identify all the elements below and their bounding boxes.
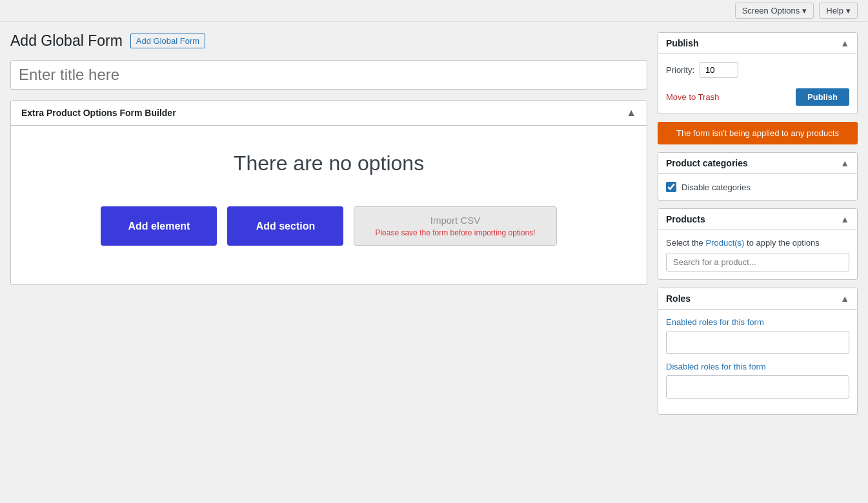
panel-header: Extra Product Options Form Builder ▲ [11, 101, 647, 126]
disabled-roles-input[interactable] [666, 375, 849, 399]
import-csv-label: Import CSV [430, 215, 481, 226]
priority-input[interactable] [700, 62, 738, 78]
warning-banner: The form isn't being applied to any prod… [658, 122, 858, 144]
help-label: Help [826, 6, 843, 15]
products-link[interactable]: Product(s) [705, 238, 744, 248]
screen-options-label: Screen Options [742, 6, 800, 15]
title-input[interactable] [10, 60, 647, 90]
chevron-down-icon: ▾ [802, 6, 807, 15]
priority-label: Priority: [666, 65, 694, 75]
help-button[interactable]: Help ▾ [819, 3, 858, 19]
panel-body: There are no options Add element Add sec… [11, 126, 647, 284]
product-categories-toggle[interactable]: ▲ [840, 158, 849, 168]
screen-options-button[interactable]: Screen Options ▾ [735, 3, 814, 19]
publish-panel-toggle[interactable]: ▲ [840, 38, 849, 48]
enabled-roles-input[interactable] [666, 331, 849, 354]
roles-panel-title: Roles [666, 293, 691, 304]
products-desc-start: Select the [666, 238, 705, 248]
top-bar: Screen Options ▾ Help ▾ [0, 0, 868, 22]
disable-categories-row: Disable categories [666, 182, 849, 192]
priority-row: Priority: [666, 62, 849, 78]
disabled-roles-label: Disabled roles for this form [666, 362, 849, 371]
products-panel-body: Select the Product(s) to apply the optio… [658, 230, 857, 279]
publish-button[interactable]: Publish [796, 88, 849, 106]
import-csv-button: Import CSV Please save the form before i… [354, 206, 556, 246]
disable-categories-label: Disable categories [681, 182, 751, 192]
product-categories-panel: Product categories ▲ Disable categories [658, 152, 858, 201]
publish-panel: Publish ▲ Priority: Move to Trash Publis… [658, 32, 858, 114]
panel-toggle-button[interactable]: ▲ [626, 107, 636, 119]
product-categories-title: Product categories [666, 158, 748, 168]
add-section-button[interactable]: Add section [227, 206, 343, 246]
product-search-input[interactable] [666, 253, 849, 271]
disable-categories-checkbox[interactable] [666, 182, 676, 192]
add-global-form-link[interactable]: Add Global Form [130, 34, 205, 48]
add-element-button[interactable]: Add element [101, 206, 217, 246]
product-categories-body: Disable categories [658, 174, 857, 200]
roles-panel: Roles ▲ Enabled roles for this form Disa… [658, 288, 858, 415]
form-builder-panel: Extra Product Options Form Builder ▲ The… [10, 100, 647, 285]
products-desc-end: to apply the options [747, 238, 820, 248]
sidebar: Publish ▲ Priority: Move to Trash Publis… [658, 32, 858, 493]
import-csv-warning: Please save the form before importing op… [375, 228, 535, 237]
move-to-trash-link[interactable]: Move to Trash [666, 92, 719, 102]
panel-title: Extra Product Options Form Builder [21, 108, 176, 118]
roles-panel-header: Roles ▲ [658, 288, 857, 310]
products-description: Select the Product(s) to apply the optio… [666, 238, 849, 248]
content-area: Add Global Form Add Global Form Extra Pr… [10, 32, 647, 493]
products-panel: Products ▲ Select the Product(s) to appl… [658, 208, 858, 280]
enabled-roles-label: Enabled roles for this form [666, 317, 849, 327]
product-categories-panel-header: Product categories ▲ [658, 153, 857, 174]
action-buttons: Add element Add section Import CSV Pleas… [24, 206, 634, 246]
roles-panel-body: Enabled roles for this form Disabled rol… [658, 310, 857, 414]
publish-panel-body: Priority: Move to Trash Publish [658, 54, 857, 113]
publish-panel-header: Publish ▲ [658, 33, 857, 54]
publish-actions: Move to Trash Publish [666, 88, 849, 106]
products-panel-header: Products ▲ [658, 209, 857, 230]
products-panel-toggle[interactable]: ▲ [840, 214, 849, 224]
publish-panel-title: Publish [666, 38, 699, 48]
products-panel-title: Products [666, 214, 705, 224]
page-title: Add Global Form [10, 32, 123, 50]
no-options-text: There are no options [24, 152, 634, 175]
chevron-down-icon: ▾ [846, 6, 851, 15]
roles-panel-toggle[interactable]: ▲ [840, 293, 849, 304]
main-container: Add Global Form Add Global Form Extra Pr… [0, 22, 868, 503]
page-title-row: Add Global Form Add Global Form [10, 32, 647, 50]
